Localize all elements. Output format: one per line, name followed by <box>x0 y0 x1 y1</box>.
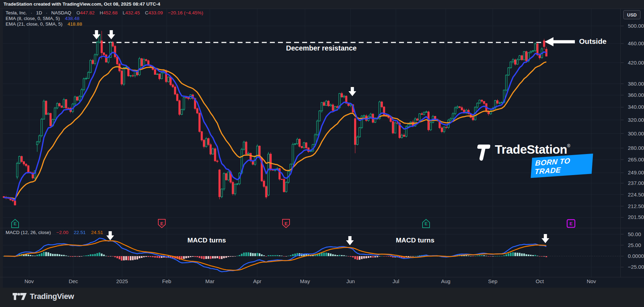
time-axis-label[interactable]: Apr <box>253 278 261 284</box>
close-label: C <box>145 10 148 15</box>
outside-annotation[interactable]: Outside <box>579 37 606 46</box>
axis-label: 25.00 <box>628 242 641 248</box>
tradingview-logo-icon <box>13 293 27 300</box>
symbol-name: Tesla, Inc. <box>6 10 27 15</box>
svg-text:E: E <box>160 221 164 226</box>
tradestation-logo-icon <box>477 144 491 163</box>
time-axis-label[interactable]: Nov <box>587 278 596 284</box>
axis-label: 249.00 <box>628 169 644 175</box>
time-axis-label[interactable]: Jun <box>346 278 355 284</box>
tradestation-brand-text: TradeStation <box>495 142 567 156</box>
axis-label: 300.00 <box>628 131 644 136</box>
ema8-label: EMA (8, close, 0, SMA, 5) <box>6 16 60 21</box>
close-value: 433.09 <box>148 10 163 15</box>
axis-label: 212.50 <box>628 203 644 209</box>
macd-hist-value: −2.00 <box>57 230 68 235</box>
axis-label: 0.0000 <box>628 253 644 259</box>
axis-label: −25.00 <box>628 264 644 270</box>
open-label: O <box>77 10 80 15</box>
axis-label: 320.00 <box>628 117 644 123</box>
resistance-annotation[interactable]: December resistance <box>286 44 357 52</box>
ema8-value: 438.48 <box>65 16 79 21</box>
svg-text:E: E <box>14 221 17 226</box>
macd-line-value: 22.51 <box>74 230 86 235</box>
symbol-exchange: NASDAQ <box>51 10 71 15</box>
axis-label: 380.00 <box>628 81 644 87</box>
tradingview-brand-text: TradingView <box>30 292 74 301</box>
svg-text:E: E <box>425 221 428 226</box>
change-value: −20.16 (−4.45%) <box>168 10 204 15</box>
ema21-row[interactable]: EMA (21, close, 0, SMA, 5) 418.88 <box>6 21 203 27</box>
open-value: 447.82 <box>80 10 94 15</box>
time-axis-label[interactable]: 2025 <box>116 278 128 284</box>
high-value: 452.68 <box>103 10 118 15</box>
tradingview-link[interactable]: TradingView <box>13 292 74 301</box>
axis-label: 460.00 <box>628 40 644 46</box>
axis-label: 420.00 <box>628 60 644 66</box>
time-axis-label[interactable]: Dec <box>69 278 78 284</box>
time-axis-label[interactable]: Sep <box>488 278 498 284</box>
time-axis-label[interactable]: Aug <box>441 278 451 284</box>
time-axis-label[interactable]: Jul <box>392 278 399 284</box>
macd-legend[interactable]: MACD (12, 26, close) −2.00 22.51 24.51 <box>6 230 103 235</box>
ema21-value: 418.88 <box>68 21 82 27</box>
axis-label: 201.50 <box>628 214 644 220</box>
symbol-interval: 1D <box>36 10 42 15</box>
macd-label: MACD (12, 26, close) <box>6 230 51 235</box>
axis-label: 340.00 <box>628 104 644 110</box>
time-axis-label[interactable]: Nov <box>25 278 34 284</box>
time-axis-label[interactable]: Feb <box>162 278 171 284</box>
tradingview-snapshot: TradeStation created with TradingView.co… <box>0 0 644 307</box>
currency-button[interactable]: USD <box>623 10 640 19</box>
macd-turns-annotation-2[interactable]: MACD turns <box>396 236 434 244</box>
macd-turns-annotation-1[interactable]: MACD turns <box>187 236 226 244</box>
axis-label: 50.00 <box>628 231 641 237</box>
time-axis-label[interactable]: May <box>300 278 310 284</box>
axis-label: 265.00 <box>628 156 644 162</box>
footer-bar: TradingView <box>0 288 644 307</box>
axis-label: 280.00 <box>628 145 644 151</box>
tradestation-watermark: TradeStation® BORN TO TRADE <box>477 142 592 174</box>
ema21-label: EMA (21, close, 0, SMA, 5) <box>6 21 62 27</box>
low-label: L <box>123 10 126 15</box>
registered-mark: ® <box>567 144 570 148</box>
axis-label: 500.00 <box>628 23 644 29</box>
macd-signal-value: 24.51 <box>91 230 103 235</box>
symbol-legend: Tesla, Inc. · 1D · NASDAQ O447.82 H452.6… <box>6 10 203 27</box>
ema8-row[interactable]: EMA (8, close, 0, SMA, 5) 438.48 <box>6 16 203 21</box>
axis-label: 224.50 <box>628 192 644 198</box>
svg-text:E: E <box>285 221 288 226</box>
low-value: 432.45 <box>125 10 140 15</box>
symbol-row[interactable]: Tesla, Inc. · 1D · NASDAQ O447.82 H452.6… <box>6 10 203 16</box>
axis-label: 237.00 <box>628 180 644 186</box>
time-axis-label[interactable]: Oct <box>536 278 544 284</box>
time-axis-label[interactable]: Mar <box>205 278 214 284</box>
high-label: H <box>100 10 103 15</box>
svg-text:E: E <box>570 221 573 226</box>
earnings-badge-upcoming[interactable]: E <box>567 220 575 227</box>
axis-label: 360.00 <box>628 92 644 98</box>
